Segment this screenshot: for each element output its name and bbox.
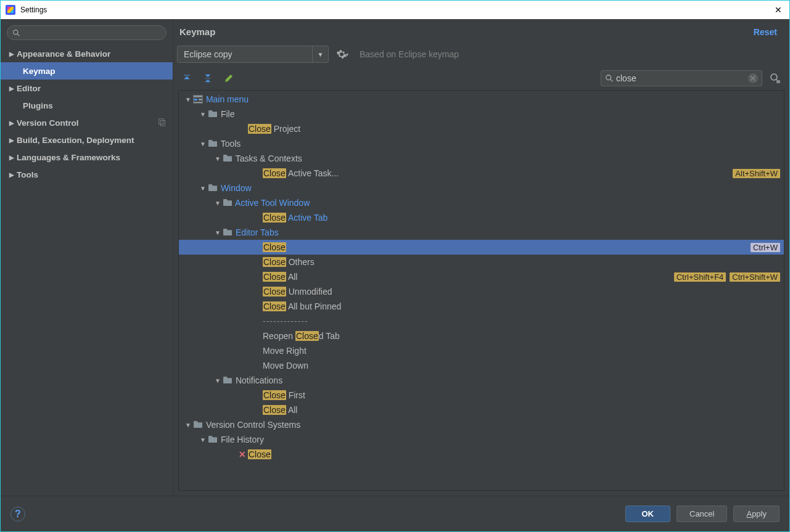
tree-action[interactable]: Move Right — [179, 343, 784, 358]
tree-action[interactable]: Close First — [179, 388, 784, 403]
expand-all-button[interactable] — [179, 71, 194, 86]
apply-button[interactable]: Apply — [733, 505, 780, 522]
sidebar-item-build-execution-deployment[interactable]: ▶Build, Execution, Deployment — [1, 131, 173, 149]
sidebar-item-tools[interactable]: ▶Tools — [1, 166, 173, 183]
tree-node-tasks-contexts[interactable]: ▼ Tasks & Contexts — [179, 151, 784, 166]
tree-action[interactable]: Close Active Task...Alt+Shift+W — [179, 166, 784, 181]
cancel-button[interactable]: Cancel — [677, 505, 727, 522]
chevron-right-icon: ▶ — [7, 137, 17, 144]
tree-action[interactable]: Close Others — [179, 255, 784, 269]
tree-action-label: Close Others — [263, 257, 315, 267]
tree-node-window[interactable]: ▼ Window — [179, 181, 784, 195]
expand-arrow-icon: ▼ — [199, 436, 207, 443]
tree-node-label: Active Tool Window — [233, 198, 310, 208]
tree-action-label: Close All but Pinned — [263, 301, 341, 311]
tree-node-notifications[interactable]: ▼ Notifications — [179, 373, 784, 388]
folder-icon — [222, 198, 233, 208]
gear-button[interactable]: ▾ — [334, 46, 351, 63]
sidebar-item-label: Build, Execution, Deployment — [17, 136, 167, 145]
sidebar-item-languages-frameworks[interactable]: ▶Languages & Frameworks — [1, 149, 173, 166]
tree-action[interactable]: CloseCtrl+W — [179, 240, 784, 255]
expand-all-icon — [182, 73, 192, 83]
settings-sidebar: ▶Appearance & BehaviorKeymap▶EditorPlugi… — [1, 19, 173, 496]
tree-action[interactable]: Close All but Pinned — [179, 299, 784, 314]
keymap-select-label: Eclipse copy — [178, 49, 312, 59]
svg-rect-2 — [159, 118, 163, 124]
tree-node-label: Notifications — [233, 375, 282, 385]
tree-action[interactable]: Close All — [179, 403, 784, 417]
folder-icon — [222, 375, 233, 385]
tree-action-label: Move Down — [263, 361, 308, 370]
tree-action-label: Close Active Task... — [263, 168, 339, 178]
tree-node-label: File — [218, 109, 234, 119]
find-shortcut-icon — [770, 73, 781, 84]
keymap-selector-row: Eclipse copy ▼ ▾ Based on Eclipse keymap — [173, 42, 789, 67]
sidebar-search-input[interactable] — [7, 25, 167, 40]
sidebar-item-label: Appearance & Behavior — [17, 49, 167, 59]
tree-action-label: Close — [263, 242, 286, 252]
app-icon — [6, 5, 15, 15]
tree-action[interactable]: Close Project — [179, 121, 784, 136]
clear-search-button[interactable]: ✕ — [748, 73, 758, 83]
sidebar-item-label: Keymap — [23, 67, 167, 76]
sidebar-item-appearance-behavior[interactable]: ▶Appearance & Behavior — [1, 45, 173, 62]
tree-action-label: Move Right — [263, 346, 307, 356]
chevron-right-icon: ▶ — [7, 171, 17, 178]
expand-arrow-icon: ▼ — [184, 422, 192, 428]
breadcrumb: Keymap — [179, 27, 754, 37]
tree-action[interactable]: ------------- — [179, 314, 784, 329]
expand-arrow-icon: ▼ — [199, 111, 207, 118]
tree-node-tools[interactable]: ▼ Tools — [179, 136, 784, 151]
find-by-shortcut-button[interactable] — [768, 72, 782, 85]
tree-node-label: Version Control Systems — [204, 420, 300, 430]
tree-node-file[interactable]: ▼ File — [179, 107, 784, 121]
folder-icon — [207, 109, 218, 119]
folder-icon — [207, 139, 218, 149]
tree-action[interactable]: Reopen Closed Tab — [179, 329, 784, 343]
tree-action-label: Close — [248, 449, 271, 459]
tree-node-active-tool-window[interactable]: ▼ Active Tool Window — [179, 195, 784, 210]
tree-action[interactable]: ✕Close — [179, 447, 784, 462]
sidebar-item-version-control[interactable]: ▶Version Control — [1, 114, 173, 131]
sidebar-item-label: Editor — [17, 84, 167, 93]
help-button[interactable]: ? — [10, 507, 25, 522]
reset-link[interactable]: Reset — [754, 27, 777, 37]
action-tree[interactable]: ▼ Main menu▼ FileClose Project▼ Tools▼ T… — [178, 90, 784, 491]
svg-rect-3 — [160, 120, 165, 126]
shortcut-badge: Alt+Shift+W — [733, 169, 780, 178]
tree-action[interactable]: Close Active Tab — [179, 210, 784, 225]
panel-header: Keymap Reset — [173, 19, 789, 42]
action-search-field[interactable] — [616, 73, 748, 83]
tree-action[interactable]: Move Down — [179, 358, 784, 373]
chevron-right-icon: ▶ — [7, 120, 17, 126]
expand-arrow-icon: ▼ — [213, 377, 222, 384]
tree-node-version-control-systems[interactable]: ▼ Version Control Systems — [179, 417, 784, 432]
tree-action-label: Reopen Closed Tab — [263, 331, 340, 341]
menu-icon — [192, 95, 204, 104]
tree-action[interactable]: Close Unmodified — [179, 284, 784, 299]
expand-arrow-icon: ▼ — [184, 96, 192, 103]
sidebar-item-keymap[interactable]: Keymap — [1, 62, 173, 80]
tree-node-label: Editor Tabs — [233, 227, 279, 237]
tree-node-editor-tabs[interactable]: ▼ Editor Tabs — [179, 225, 784, 240]
pencil-icon — [224, 73, 234, 83]
tree-node-file-history[interactable]: ▼ File History — [179, 432, 784, 447]
tree-node-main-menu[interactable]: ▼ Main menu — [179, 92, 784, 107]
action-search-input[interactable]: ✕ — [601, 70, 762, 86]
expand-arrow-icon: ▼ — [213, 229, 222, 236]
sidebar-item-plugins[interactable]: Plugins — [1, 97, 173, 114]
sidebar-item-editor[interactable]: ▶Editor — [1, 80, 173, 97]
edit-button[interactable] — [221, 71, 236, 86]
window-close-button[interactable]: ✕ — [772, 5, 784, 15]
chevron-right-icon: ▶ — [7, 154, 17, 161]
titlebar: Settings ✕ — [1, 1, 789, 19]
tree-node-label: Tasks & Contexts — [233, 153, 302, 163]
sidebar-item-label: Tools — [17, 170, 167, 179]
chevron-down-icon: ▼ — [312, 46, 328, 62]
keymap-select[interactable]: Eclipse copy ▼ — [177, 46, 329, 63]
close-icon: ✕ — [237, 449, 248, 459]
tree-node-label: Window — [218, 183, 252, 193]
tree-action[interactable]: Close AllCtrl+Shift+F4Ctrl+Shift+W — [179, 269, 784, 284]
ok-button[interactable]: OK — [625, 505, 671, 522]
collapse-all-button[interactable] — [200, 71, 215, 86]
